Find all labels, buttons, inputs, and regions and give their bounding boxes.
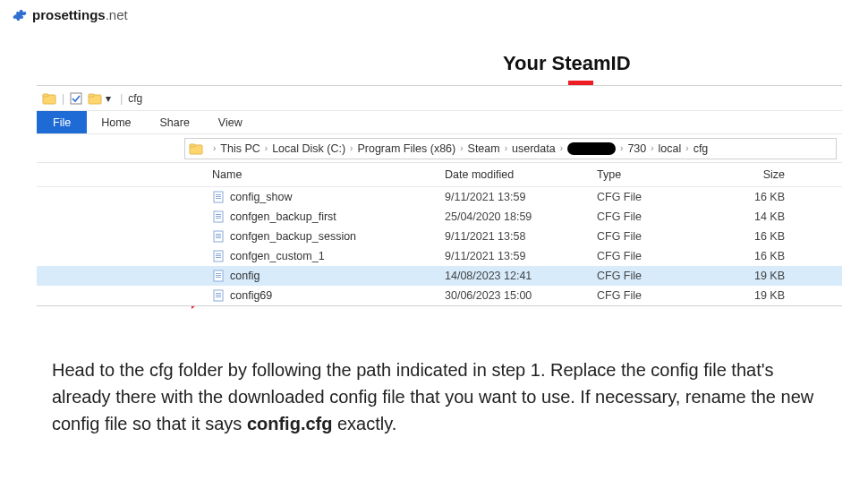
file-icon bbox=[212, 210, 225, 223]
menubar: File Home Share View bbox=[37, 111, 842, 134]
path-seg[interactable]: local bbox=[659, 142, 682, 155]
file-icon bbox=[212, 250, 225, 262]
file-row[interactable]: confgen_backup_first25/04/2020 18:59CFG … bbox=[37, 207, 842, 227]
path-seg[interactable]: This PC bbox=[220, 142, 260, 155]
svg-rect-17 bbox=[216, 236, 221, 236]
file-type: CFG File bbox=[597, 289, 713, 302]
steamid-label: Your SteamID bbox=[503, 52, 631, 75]
file-date: 9/11/2021 13:58 bbox=[445, 230, 597, 243]
svg-rect-28 bbox=[216, 293, 221, 294]
menu-file[interactable]: File bbox=[37, 111, 87, 133]
file-date: 30/06/2023 15:00 bbox=[445, 289, 597, 302]
file-type: CFG File bbox=[597, 210, 713, 223]
svg-rect-26 bbox=[216, 277, 221, 278]
folder-icon bbox=[189, 142, 203, 156]
path-seg[interactable]: Steam bbox=[468, 142, 500, 155]
back-icon: ← bbox=[42, 142, 55, 156]
file-date: 25/04/2020 18:59 bbox=[445, 210, 597, 223]
explorer-window: | ▾ | cfg File Home Share View ← → ↑ › T… bbox=[37, 85, 842, 306]
svg-rect-9 bbox=[216, 196, 221, 197]
file-size: 16 KB bbox=[713, 250, 785, 262]
file-date: 9/11/2021 13:59 bbox=[445, 250, 597, 262]
file-name: config69 bbox=[230, 289, 272, 302]
col-type[interactable]: Type bbox=[597, 168, 713, 181]
columns-header[interactable]: Name Date modified Type Size bbox=[37, 163, 842, 187]
svg-rect-4 bbox=[89, 94, 94, 97]
path-breadcrumb[interactable]: › This PC› Local Disk (C:)› Program File… bbox=[184, 138, 837, 159]
svg-rect-12 bbox=[216, 214, 221, 215]
path-seg[interactable]: Local Disk (C:) bbox=[272, 142, 345, 155]
svg-rect-13 bbox=[216, 216, 221, 217]
file-icon bbox=[212, 289, 225, 302]
file-type: CFG File bbox=[597, 191, 713, 203]
file-icon bbox=[212, 230, 225, 243]
svg-rect-10 bbox=[216, 198, 221, 199]
file-size: 19 KB bbox=[713, 289, 785, 302]
window-title: cfg bbox=[128, 92, 142, 105]
file-name: config bbox=[230, 270, 260, 282]
file-row[interactable]: config14/08/2023 12:41CFG File19 KB bbox=[37, 266, 842, 286]
file-date: 14/08/2023 12:41 bbox=[445, 270, 597, 282]
file-size: 16 KB bbox=[713, 230, 785, 243]
instruction-text: Head to the cfg folder by following the … bbox=[52, 356, 832, 437]
col-date[interactable]: Date modified bbox=[445, 168, 597, 181]
col-size[interactable]: Size bbox=[713, 168, 785, 181]
file-size: 19 KB bbox=[713, 270, 785, 282]
svg-rect-25 bbox=[216, 275, 221, 276]
titlebar[interactable]: | ▾ | cfg bbox=[37, 86, 842, 111]
path-seg[interactable]: 730 bbox=[627, 142, 646, 155]
svg-rect-2 bbox=[71, 93, 81, 104]
up-icon: ↑ bbox=[74, 142, 81, 156]
svg-rect-1 bbox=[43, 94, 48, 97]
file-size: 16 KB bbox=[713, 191, 785, 203]
addressbar: ← → ↑ › This PC› Local Disk (C:)› Progra… bbox=[37, 134, 842, 163]
file-name: confgen_custom_1 bbox=[230, 250, 325, 262]
file-name: confgen_backup_first bbox=[230, 210, 336, 223]
file-date: 9/11/2021 13:59 bbox=[445, 191, 597, 203]
checkbox-icon bbox=[70, 92, 82, 105]
file-row[interactable]: config6930/06/2023 15:00CFG File19 KB bbox=[37, 286, 842, 305]
svg-rect-8 bbox=[216, 194, 221, 195]
file-type: CFG File bbox=[597, 250, 713, 262]
svg-rect-6 bbox=[190, 144, 195, 147]
file-row[interactable]: confgen_custom_19/11/2021 13:59CFG File1… bbox=[37, 246, 842, 266]
file-name: config_show bbox=[230, 191, 293, 203]
path-seg[interactable]: Program Files (x86) bbox=[357, 142, 455, 155]
file-icon bbox=[212, 270, 225, 282]
site-name: prosettings.net bbox=[32, 7, 128, 22]
svg-rect-29 bbox=[216, 295, 221, 296]
svg-rect-16 bbox=[216, 234, 221, 235]
file-size: 14 KB bbox=[713, 210, 785, 223]
file-row[interactable]: confgen_backup_session9/11/2021 13:58CFG… bbox=[37, 227, 842, 246]
file-type: CFG File bbox=[597, 230, 713, 243]
svg-rect-21 bbox=[216, 255, 221, 256]
file-type: CFG File bbox=[597, 270, 713, 282]
gear-icon bbox=[13, 8, 27, 22]
file-name: confgen_backup_session bbox=[230, 230, 356, 243]
svg-rect-18 bbox=[216, 237, 221, 238]
folder-icon bbox=[42, 91, 56, 106]
svg-rect-30 bbox=[216, 296, 221, 297]
folder-icon bbox=[88, 91, 102, 106]
menu-view[interactable]: View bbox=[204, 111, 257, 133]
path-seg[interactable]: cfg bbox=[694, 142, 709, 155]
file-row[interactable]: config_show9/11/2021 13:59CFG File16 KB bbox=[37, 187, 842, 207]
svg-rect-20 bbox=[216, 253, 221, 254]
menu-share[interactable]: Share bbox=[146, 111, 204, 133]
site-header: prosettings.net bbox=[0, 0, 868, 30]
file-icon bbox=[212, 191, 225, 203]
svg-rect-22 bbox=[216, 257, 221, 258]
forward-icon: → bbox=[58, 142, 71, 156]
menu-home[interactable]: Home bbox=[87, 111, 145, 133]
file-list: config_show9/11/2021 13:59CFG File16 KBc… bbox=[37, 187, 842, 305]
svg-rect-24 bbox=[216, 273, 221, 274]
path-seg[interactable]: userdata bbox=[512, 142, 556, 155]
col-name[interactable]: Name bbox=[212, 168, 445, 181]
path-seg-redacted[interactable] bbox=[567, 142, 616, 155]
svg-rect-14 bbox=[216, 218, 221, 219]
